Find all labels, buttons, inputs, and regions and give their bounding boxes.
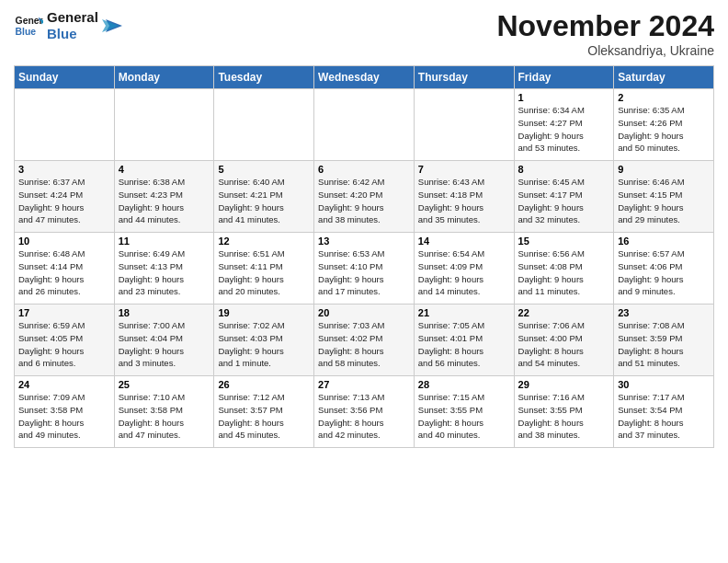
day-detail: Sunrise: 7:13 AM Sunset: 3:56 PM Dayligh… (318, 391, 410, 442)
day-detail: Sunrise: 7:00 AM Sunset: 4:04 PM Dayligh… (119, 319, 210, 370)
calendar-cell (114, 89, 214, 161)
col-header-friday: Friday (514, 66, 614, 89)
day-detail: Sunrise: 7:02 AM Sunset: 4:03 PM Dayligh… (218, 319, 310, 370)
day-number: 15 (518, 236, 610, 247)
calendar-cell: 30Sunrise: 7:17 AM Sunset: 3:54 PM Dayli… (614, 376, 714, 448)
day-number: 23 (618, 307, 710, 318)
calendar-cell: 16Sunrise: 6:57 AM Sunset: 4:06 PM Dayli… (614, 233, 714, 304)
calendar-cell (314, 89, 415, 161)
day-number: 25 (119, 379, 210, 390)
logo-general: General (47, 9, 98, 26)
day-detail: Sunrise: 6:49 AM Sunset: 4:13 PM Dayligh… (119, 247, 210, 298)
calendar-cell: 25Sunrise: 7:10 AM Sunset: 3:58 PM Dayli… (114, 376, 214, 448)
logo-arrow-icon (102, 16, 122, 36)
header: General Blue General Blue November 2024 … (14, 9, 714, 58)
calendar-cell: 11Sunrise: 6:49 AM Sunset: 4:13 PM Dayli… (114, 233, 214, 304)
col-header-monday: Monday (114, 66, 214, 89)
col-header-thursday: Thursday (414, 66, 514, 89)
col-header-tuesday: Tuesday (214, 66, 314, 89)
day-detail: Sunrise: 6:37 AM Sunset: 4:24 PM Dayligh… (18, 176, 110, 226)
calendar-cell: 5Sunrise: 6:40 AM Sunset: 4:21 PM Daylig… (214, 161, 314, 233)
day-number: 30 (618, 379, 710, 390)
calendar-cell: 4Sunrise: 6:38 AM Sunset: 4:23 PM Daylig… (114, 161, 214, 233)
calendar-cell: 29Sunrise: 7:16 AM Sunset: 3:55 PM Dayli… (514, 376, 614, 448)
calendar-cell: 17Sunrise: 6:59 AM Sunset: 4:05 PM Dayli… (15, 304, 115, 376)
day-number: 22 (518, 307, 610, 318)
month-title: November 2024 (496, 9, 714, 43)
calendar-cell: 6Sunrise: 6:42 AM Sunset: 4:20 PM Daylig… (314, 161, 415, 233)
day-number: 1 (518, 92, 610, 103)
day-detail: Sunrise: 7:03 AM Sunset: 4:02 PM Dayligh… (318, 319, 410, 370)
day-detail: Sunrise: 6:34 AM Sunset: 4:27 PM Dayligh… (518, 104, 610, 155)
week-row-5: 24Sunrise: 7:09 AM Sunset: 3:58 PM Dayli… (15, 376, 714, 448)
day-number: 3 (18, 164, 110, 175)
calendar-cell: 15Sunrise: 6:56 AM Sunset: 4:08 PM Dayli… (514, 233, 614, 304)
logo-blue: Blue (47, 26, 98, 42)
week-row-2: 3Sunrise: 6:37 AM Sunset: 4:24 PM Daylig… (15, 161, 714, 233)
calendar-cell: 7Sunrise: 6:43 AM Sunset: 4:18 PM Daylig… (414, 161, 514, 233)
calendar-cell: 19Sunrise: 7:02 AM Sunset: 4:03 PM Dayli… (214, 304, 314, 376)
day-number: 29 (518, 379, 610, 390)
calendar-cell: 9Sunrise: 6:46 AM Sunset: 4:15 PM Daylig… (614, 161, 714, 233)
day-number: 26 (218, 379, 310, 390)
header-row: SundayMondayTuesdayWednesdayThursdayFrid… (15, 66, 714, 89)
day-number: 17 (18, 307, 110, 318)
day-detail: Sunrise: 7:10 AM Sunset: 3:58 PM Dayligh… (119, 391, 210, 442)
week-row-1: 1Sunrise: 6:34 AM Sunset: 4:27 PM Daylig… (15, 89, 714, 161)
day-number: 11 (119, 236, 210, 247)
day-number: 4 (119, 164, 210, 175)
calendar-cell: 13Sunrise: 6:53 AM Sunset: 4:10 PM Dayli… (314, 233, 415, 304)
day-detail: Sunrise: 6:40 AM Sunset: 4:21 PM Dayligh… (218, 176, 310, 226)
calendar-cell (15, 89, 115, 161)
logo-icon: General Blue (14, 11, 43, 40)
day-number: 6 (318, 164, 410, 175)
calendar-cell: 2Sunrise: 6:35 AM Sunset: 4:26 PM Daylig… (614, 89, 714, 161)
title-block: November 2024 Oleksandriya, Ukraine (496, 9, 714, 58)
week-row-3: 10Sunrise: 6:48 AM Sunset: 4:14 PM Dayli… (15, 233, 714, 304)
day-number: 21 (418, 307, 510, 318)
calendar-cell: 21Sunrise: 7:05 AM Sunset: 4:01 PM Dayli… (414, 304, 514, 376)
location-subtitle: Oleksandriya, Ukraine (496, 43, 714, 58)
page: General Blue General Blue November 2024 … (0, 0, 728, 563)
day-number: 18 (119, 307, 210, 318)
day-detail: Sunrise: 7:16 AM Sunset: 3:55 PM Dayligh… (518, 391, 610, 442)
day-number: 14 (418, 236, 510, 247)
calendar-cell: 14Sunrise: 6:54 AM Sunset: 4:09 PM Dayli… (414, 233, 514, 304)
calendar-cell: 18Sunrise: 7:00 AM Sunset: 4:04 PM Dayli… (114, 304, 214, 376)
calendar-cell: 28Sunrise: 7:15 AM Sunset: 3:55 PM Dayli… (414, 376, 514, 448)
day-detail: Sunrise: 7:09 AM Sunset: 3:58 PM Dayligh… (18, 391, 110, 442)
day-number: 27 (318, 379, 410, 390)
day-detail: Sunrise: 6:48 AM Sunset: 4:14 PM Dayligh… (18, 247, 110, 298)
calendar-cell: 10Sunrise: 6:48 AM Sunset: 4:14 PM Dayli… (15, 233, 115, 304)
day-number: 9 (618, 164, 710, 175)
calendar-cell: 3Sunrise: 6:37 AM Sunset: 4:24 PM Daylig… (15, 161, 115, 233)
calendar-cell: 22Sunrise: 7:06 AM Sunset: 4:00 PM Dayli… (514, 304, 614, 376)
day-detail: Sunrise: 7:06 AM Sunset: 4:00 PM Dayligh… (518, 319, 610, 370)
day-detail: Sunrise: 7:17 AM Sunset: 3:54 PM Dayligh… (618, 391, 710, 442)
day-detail: Sunrise: 6:59 AM Sunset: 4:05 PM Dayligh… (18, 319, 110, 370)
calendar-cell: 1Sunrise: 6:34 AM Sunset: 4:27 PM Daylig… (514, 89, 614, 161)
day-detail: Sunrise: 6:38 AM Sunset: 4:23 PM Dayligh… (119, 176, 210, 226)
calendar-cell: 20Sunrise: 7:03 AM Sunset: 4:02 PM Dayli… (314, 304, 415, 376)
calendar-cell: 23Sunrise: 7:08 AM Sunset: 3:59 PM Dayli… (614, 304, 714, 376)
day-number: 20 (318, 307, 410, 318)
calendar-table: SundayMondayTuesdayWednesdayThursdayFrid… (14, 65, 714, 448)
calendar-cell: 26Sunrise: 7:12 AM Sunset: 3:57 PM Dayli… (214, 376, 314, 448)
day-detail: Sunrise: 6:43 AM Sunset: 4:18 PM Dayligh… (418, 176, 510, 226)
calendar-cell (214, 89, 314, 161)
day-detail: Sunrise: 6:56 AM Sunset: 4:08 PM Dayligh… (518, 247, 610, 298)
col-header-sunday: Sunday (15, 66, 115, 89)
day-detail: Sunrise: 7:08 AM Sunset: 3:59 PM Dayligh… (618, 319, 710, 370)
day-number: 28 (418, 379, 510, 390)
day-detail: Sunrise: 6:46 AM Sunset: 4:15 PM Dayligh… (618, 176, 710, 226)
day-number: 12 (218, 236, 310, 247)
day-detail: Sunrise: 6:51 AM Sunset: 4:11 PM Dayligh… (218, 247, 310, 298)
day-detail: Sunrise: 6:54 AM Sunset: 4:09 PM Dayligh… (418, 247, 510, 298)
day-number: 13 (318, 236, 410, 247)
day-number: 19 (218, 307, 310, 318)
day-number: 5 (218, 164, 310, 175)
day-detail: Sunrise: 6:57 AM Sunset: 4:06 PM Dayligh… (618, 247, 710, 298)
day-detail: Sunrise: 7:05 AM Sunset: 4:01 PM Dayligh… (418, 319, 510, 370)
day-detail: Sunrise: 6:45 AM Sunset: 4:17 PM Dayligh… (518, 176, 610, 226)
svg-text:Blue: Blue (16, 27, 37, 37)
